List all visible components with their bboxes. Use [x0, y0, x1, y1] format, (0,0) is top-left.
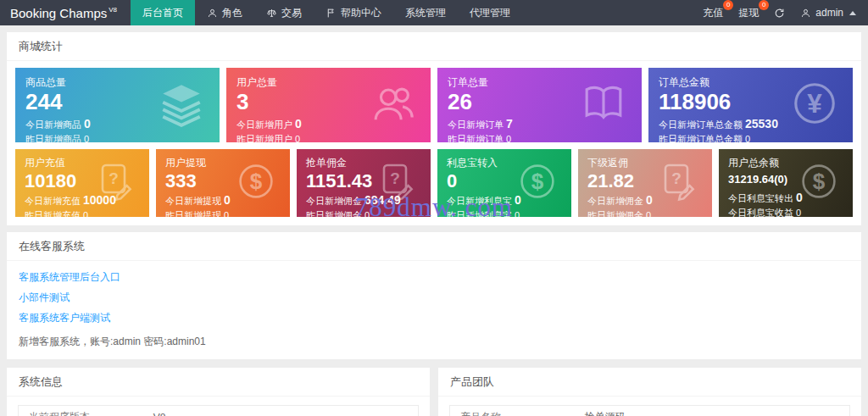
nav-item-help-center[interactable]: 帮助中心 [314, 0, 393, 25]
brand-version: V8 [108, 6, 117, 14]
stat-card-line2: 昨日新增佣金0 [306, 209, 421, 217]
system-info-panel: 系统信息 当前程序版本V8运行PHP版本5.6.40ThinkPHP版本5.1.… [7, 368, 430, 416]
row-label: 产品名称 [450, 406, 578, 416]
row-value: 抢单源码 [578, 406, 849, 416]
nav-item-label: 系统管理 [405, 6, 446, 20]
stat-card-line2: 昨日新增商品0 [25, 133, 209, 142]
trade-icon [266, 8, 277, 19]
stat-card-line2: 昨日新增提现0 [165, 209, 281, 217]
svg-text:$: $ [250, 169, 263, 194]
table-row: 当前程序版本V8 [19, 406, 418, 416]
main-menu: 后台首页角色交易帮助中心系统管理代理管理 [131, 0, 522, 25]
stat-cards-row2: 用户充值10180今日新增充值10000昨日新增充值0?用户提现333今日新增提… [7, 142, 861, 225]
svg-text:¥: ¥ [807, 89, 822, 119]
coin-dollar-icon: $ [236, 161, 276, 205]
nav-item-dashboard[interactable]: 后台首页 [131, 0, 195, 25]
brand-logo[interactable]: Booking Champs V8 [0, 0, 131, 25]
refresh-icon[interactable] [774, 8, 785, 19]
system-info-table: 当前程序版本V8运行PHP版本5.6.40ThinkPHP版本5.1.38 LT… [18, 405, 419, 416]
top-navbar: Booking Champs V8 后台首页角色交易帮助中心系统管理代理管理 充… [0, 0, 868, 25]
nav-item-system-management[interactable]: 系统管理 [393, 0, 458, 25]
withdraw-button[interactable]: 提现0 [738, 6, 759, 20]
recharge-button[interactable]: 充值0 [703, 6, 723, 20]
caret-up-icon [849, 11, 856, 15]
recharge-badge: 0 [723, 0, 733, 10]
stat-card-line2: 昨日新增利息宝0 [447, 209, 562, 217]
coin-dollar-icon: $ [517, 161, 558, 205]
service-link-client-test[interactable]: 客服系统客户端测试 [19, 311, 110, 325]
stat-card-user-total-balance: 用户总余额31219.64(0)今日利息宝转出0今日利息宝收益0$ [719, 149, 853, 217]
product-team-title: 产品团队 [438, 368, 861, 397]
service-link-widget-test[interactable]: 小部件测试 [19, 291, 70, 305]
user-icon [207, 8, 218, 19]
service-panel-title: 在线客服系统 [7, 232, 861, 261]
user-icon [800, 8, 811, 19]
nav-item-agent-management[interactable]: 代理管理 [458, 0, 522, 25]
stat-card-total-users: 用户总量3今日新增用户0昨日新增用户0 [226, 68, 431, 142]
navbar-right: 充值0提现0admin [703, 0, 868, 25]
svg-text:?: ? [108, 169, 119, 187]
stat-card-line2: 昨日新增订单0 [448, 133, 632, 142]
withdraw-label: 提现 [738, 7, 759, 19]
nav-item-roles[interactable]: 角色 [195, 0, 254, 25]
user-menu[interactable]: admin [800, 7, 856, 19]
stat-card-sub-rebate: 下级返佣21.82今日新增佣金0昨日新增佣金0? [578, 149, 712, 217]
stats-panel: 商城统计 商品总量244今日新增商品0昨日新增商品0用户总量3今日新增用户0昨日… [7, 32, 861, 225]
product-team-table: 产品名称抢单源码产品说明本产品只为学习测试交流,请勿要做商业或者用于违法行为,一… [449, 405, 850, 416]
product-team-panel: 产品团队 产品名称抢单源码产品说明本产品只为学习测试交流,请勿要做商业或者用于违… [438, 368, 861, 416]
brand-text: Booking Champs [10, 6, 107, 20]
doc-edit-icon: ? [658, 161, 698, 205]
nav-item-label: 角色 [222, 6, 242, 20]
service-note: 新增客服系统，账号:admin 密码:admin01 [19, 335, 849, 349]
row-value: V8 [147, 408, 418, 416]
service-panel: 在线客服系统 客服系统管理后台入口小部件测试客服系统客户端测试新增客服系统，账号… [7, 232, 861, 359]
stat-card-total-order-amount: 订单总金额118906今日新增订单总金额25530昨日新增订单总金额0¥ [648, 68, 853, 142]
bottom-panels: 系统信息 当前程序版本V8运行PHP版本5.6.40ThinkPHP版本5.1.… [7, 368, 861, 416]
row-label: 当前程序版本 [19, 406, 147, 416]
system-info-title: 系统信息 [7, 368, 430, 397]
nav-item-label: 帮助中心 [341, 6, 381, 20]
stat-card-total-products: 商品总量244今日新增商品0昨日新增商品0 [15, 68, 220, 142]
stat-card-line2: 昨日新增订单总金额0 [659, 133, 843, 142]
nav-item-label: 后台首页 [142, 6, 183, 20]
stat-card-line2: 昨日新增用户0 [236, 133, 420, 142]
coin-yen-icon: ¥ [790, 79, 839, 131]
nav-item-trade[interactable]: 交易 [254, 0, 314, 25]
doc-edit-icon: ? [376, 161, 417, 205]
stat-card-interest-transfer-in: 利息宝转入0今日新增利息宝0昨日新增利息宝0$ [437, 149, 571, 217]
stat-card-total-orders: 订单总量26今日新增订单7昨日新增订单0 [437, 68, 642, 142]
stat-card-user-withdraw: 用户提现333今日新增提现0昨日新增提现0$ [156, 149, 290, 217]
coin-dollar-icon: $ [798, 161, 839, 205]
stat-card-line2: 今日利息宝收益0 [728, 207, 843, 217]
svg-text:$: $ [813, 169, 826, 194]
service-panel-body: 客服系统管理后台入口小部件测试客服系统客户端测试新增客服系统，账号:admin … [7, 261, 861, 359]
stats-panel-title: 商城统计 [7, 32, 861, 61]
svg-text:?: ? [390, 169, 400, 187]
nav-item-label: 交易 [281, 6, 302, 20]
username: admin [815, 7, 843, 19]
users-icon [368, 79, 417, 131]
doc-edit-icon: ? [95, 161, 136, 205]
layers-icon [157, 79, 206, 131]
stat-card-line2: 昨日新增佣金0 [587, 209, 703, 217]
table-row: 产品名称抢单源码 [450, 406, 849, 416]
nav-item-label: 代理管理 [470, 6, 510, 20]
withdraw-badge: 0 [759, 0, 769, 10]
stat-card-grab-commission: 抢单佣金1151.43今日新增佣金684.49昨日新增佣金0? [297, 149, 431, 217]
service-link-admin-entry[interactable]: 客服系统管理后台入口 [19, 270, 120, 285]
svg-text:$: $ [531, 169, 544, 194]
svg-text:?: ? [671, 169, 682, 187]
flag-icon [326, 8, 337, 19]
stat-card-user-recharge: 用户充值10180今日新增充值10000昨日新增充值0? [15, 149, 149, 217]
stat-card-line2: 昨日新增充值0 [25, 209, 140, 217]
recharge-label: 充值 [703, 7, 723, 19]
stat-cards-row1: 商品总量244今日新增商品0昨日新增商品0用户总量3今日新增用户0昨日新增用户0… [7, 61, 861, 142]
book-icon [579, 79, 628, 131]
